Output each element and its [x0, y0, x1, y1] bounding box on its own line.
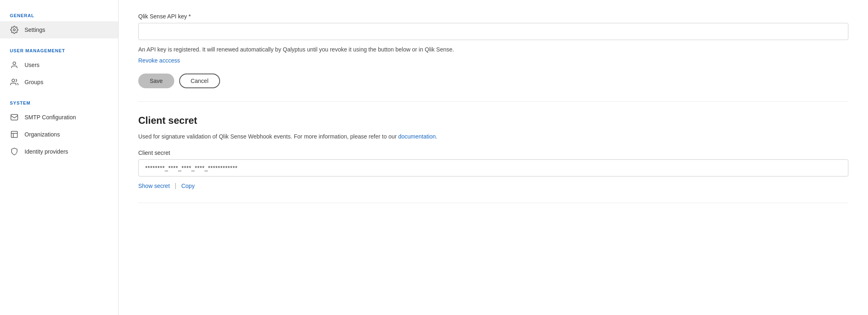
sidebar-item-identity-providers[interactable]: Identity providers — [0, 143, 118, 160]
sidebar-item-smtp[interactable]: SMTP Configuration — [0, 109, 118, 126]
sidebar: GENERAL Settings USER MANAGEMENET Users — [0, 0, 119, 315]
api-key-input[interactable] — [138, 23, 848, 40]
sidebar-item-settings[interactable]: Settings — [0, 21, 118, 38]
revoke-access-link[interactable]: Revoke acccess — [138, 57, 180, 64]
sidebar-users-label: Users — [25, 62, 40, 68]
sidebar-item-users[interactable]: Users — [0, 56, 118, 74]
sidebar-item-organizations[interactable]: Organizations — [0, 126, 118, 143]
api-key-label: Qlik Sense API key * — [138, 13, 848, 20]
sidebar-section-general: GENERAL — [0, 13, 118, 21]
main-content: Qlik Sense API key * An API key is regis… — [119, 0, 868, 315]
save-button[interactable]: Save — [138, 74, 174, 88]
client-secret-actions: Show secret | Copy — [138, 182, 848, 190]
user-icon — [10, 60, 19, 69]
client-secret-value-box: ********_****_****_****_************ — [138, 159, 848, 176]
api-key-section: Qlik Sense API key * An API key is regis… — [138, 0, 848, 102]
sidebar-identity-providers-label: Identity providers — [25, 148, 68, 155]
client-secret-desc-text: Used for signature validation of Qlik Se… — [138, 133, 397, 140]
client-secret-value: ********_****_****_****_************ — [145, 165, 238, 171]
client-secret-field-label: Client secret — [138, 150, 848, 156]
sidebar-settings-label: Settings — [25, 27, 45, 33]
documentation-link[interactable]: documentation. — [398, 133, 438, 140]
sidebar-organizations-label: Organizations — [25, 131, 60, 138]
copy-link[interactable]: Copy — [181, 183, 195, 189]
api-key-button-row: Save Cancel — [138, 74, 848, 88]
cancel-button[interactable]: Cancel — [179, 74, 220, 88]
svg-rect-3 — [11, 114, 18, 120]
groups-icon — [10, 78, 19, 87]
svg-point-1 — [13, 62, 16, 65]
client-secret-title: Client secret — [138, 115, 848, 126]
svg-point-2 — [12, 79, 15, 82]
sidebar-groups-label: Groups — [25, 79, 43, 85]
sidebar-item-groups[interactable]: Groups — [0, 74, 118, 91]
sidebar-smtp-label: SMTP Configuration — [25, 114, 76, 121]
envelope-icon — [10, 113, 19, 122]
show-secret-link[interactable]: Show secret — [138, 183, 170, 189]
gear-icon — [10, 25, 19, 34]
secret-divider: | — [175, 182, 176, 190]
client-secret-section: Client secret Used for signature validat… — [138, 102, 848, 203]
sidebar-section-user-management: USER MANAGEMENET — [0, 48, 118, 56]
svg-rect-4 — [11, 132, 18, 138]
sidebar-section-system: SYSTEM — [0, 101, 118, 109]
svg-point-0 — [13, 29, 16, 31]
building-icon — [10, 130, 19, 139]
api-key-info-text: An API key is registered. It will renewe… — [138, 45, 848, 54]
client-secret-description: Used for signature validation of Qlik Se… — [138, 132, 848, 141]
shield-icon — [10, 147, 19, 156]
